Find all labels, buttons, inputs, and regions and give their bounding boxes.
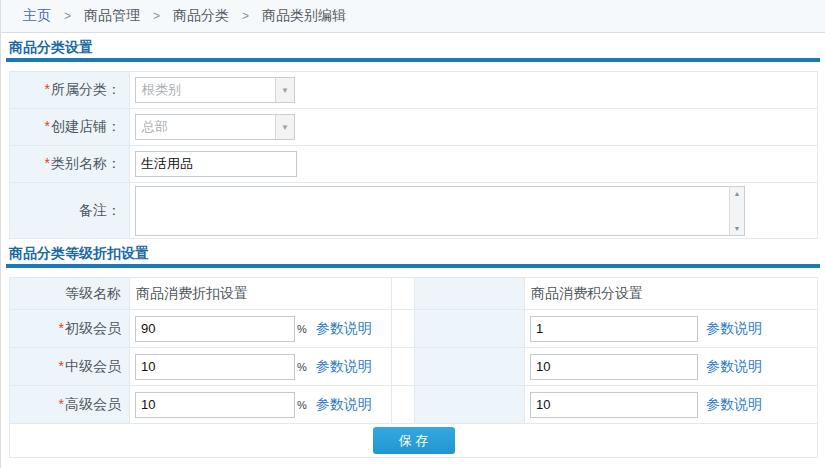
- chevron-down-icon: ▼: [275, 115, 294, 139]
- grade-row-intermediate: *中级会员 % 参数说明 参数说明: [10, 348, 818, 386]
- intermediate-discount-input[interactable]: [135, 354, 295, 380]
- store-label-cell: *创建店铺：: [10, 109, 130, 146]
- junior-discount-param-link[interactable]: 参数说明: [316, 320, 372, 338]
- grade-table-header-row: 等级名称 商品消费折扣设置 商品消费积分设置: [10, 278, 818, 310]
- parent-category-label: 所属分类：: [51, 81, 121, 97]
- senior-discount-input[interactable]: [135, 392, 295, 418]
- section-title-category-settings: 商品分类设置: [9, 39, 825, 56]
- category-name-label: 类别名称：: [51, 155, 121, 171]
- store-select[interactable]: 总部 ▼: [135, 114, 295, 140]
- senior-points-input[interactable]: [530, 392, 698, 418]
- grade-row-junior: *初级会员 % 参数说明 参数说明: [10, 310, 818, 348]
- form-row-parent-category: *所属分类： 根类别 ▼: [10, 72, 818, 109]
- required-marker: *: [59, 358, 64, 374]
- spacer-cell: [415, 386, 525, 424]
- spacer-cell: [415, 278, 525, 310]
- junior-level-label-cell: *初级会员: [10, 310, 130, 348]
- breadcrumb-item-product-management[interactable]: 商品管理: [84, 7, 140, 25]
- spacer-cell: [415, 310, 525, 348]
- remark-textarea[interactable]: [136, 187, 729, 235]
- store-label: 创建店铺：: [51, 118, 121, 134]
- store-selected-value: 总部: [136, 118, 275, 136]
- header-points-settings: 商品消费积分设置: [525, 278, 818, 310]
- page: 主页 > 商品管理 > 商品分类 > 商品类别编辑 商品分类设置 *所属分类： …: [0, 0, 825, 468]
- spacer-cell: [415, 348, 525, 386]
- breadcrumb-item-product-category[interactable]: 商品分类: [173, 7, 229, 25]
- form-row-remark: 备注： ▲ ▼: [10, 183, 818, 239]
- intermediate-discount-param-link[interactable]: 参数说明: [316, 358, 372, 376]
- junior-level-label: 初级会员: [65, 320, 121, 336]
- senior-level-label: 高级会员: [65, 396, 121, 412]
- grade-discount-table: 等级名称 商品消费折扣设置 商品消费积分设置 *初级会员 % 参数说明: [9, 277, 818, 458]
- header-discount-settings: 商品消费折扣设置: [130, 278, 392, 310]
- breadcrumb: 主页 > 商品管理 > 商品分类 > 商品类别编辑: [1, 0, 825, 33]
- breadcrumb-separator-icon: >: [242, 9, 249, 23]
- scroll-up-icon[interactable]: ▲: [734, 190, 741, 197]
- form-row-category-name: *类别名称：: [10, 146, 818, 183]
- parent-category-selected-value: 根类别: [136, 81, 275, 99]
- percent-sign: %: [297, 399, 307, 411]
- junior-points-param-link[interactable]: 参数说明: [706, 320, 762, 338]
- section-rule: [6, 264, 820, 268]
- section-rule: [6, 58, 820, 62]
- senior-discount-param-link[interactable]: 参数说明: [316, 396, 372, 414]
- junior-discount-input[interactable]: [135, 316, 295, 342]
- required-marker: *: [45, 155, 50, 171]
- grade-row-senior: *高级会员 % 参数说明 参数说明: [10, 386, 818, 424]
- chevron-down-icon: ▼: [275, 78, 294, 102]
- form-row-store: *创建店铺： 总部 ▼: [10, 109, 818, 146]
- junior-points-input[interactable]: [530, 316, 698, 342]
- intermediate-points-param-link[interactable]: 参数说明: [706, 358, 762, 376]
- percent-sign: %: [297, 361, 307, 373]
- category-settings-form: *所属分类： 根类别 ▼ *创建店铺： 总部 ▼ *类别名称：: [9, 71, 818, 239]
- category-name-input[interactable]: [135, 151, 297, 177]
- required-marker: *: [59, 396, 64, 412]
- parent-category-label-cell: *所属分类：: [10, 72, 130, 109]
- percent-sign: %: [297, 323, 307, 335]
- required-marker: *: [45, 81, 50, 97]
- senior-points-param-link[interactable]: 参数说明: [706, 396, 762, 414]
- button-row: 保 存: [10, 424, 818, 458]
- textarea-scrollbar[interactable]: ▲ ▼: [729, 187, 744, 235]
- intermediate-points-input[interactable]: [530, 354, 698, 380]
- scroll-down-icon[interactable]: ▼: [734, 225, 741, 232]
- section-title-grade-discount: 商品分类等级折扣设置: [9, 245, 825, 262]
- remark-label: 备注：: [79, 202, 121, 218]
- parent-category-select[interactable]: 根类别 ▼: [135, 77, 295, 103]
- required-marker: *: [59, 320, 64, 336]
- breadcrumb-item-home[interactable]: 主页: [23, 7, 51, 25]
- breadcrumb-item-category-edit: 商品类别编辑: [262, 7, 346, 25]
- senior-level-label-cell: *高级会员: [10, 386, 130, 424]
- category-name-label-cell: *类别名称：: [10, 146, 130, 183]
- intermediate-level-label: 中级会员: [65, 358, 121, 374]
- required-marker: *: [45, 118, 50, 134]
- remark-label-cell: 备注：: [10, 183, 130, 239]
- save-button[interactable]: 保 存: [373, 427, 455, 454]
- intermediate-level-label-cell: *中级会员: [10, 348, 130, 386]
- header-level-name: 等级名称: [10, 278, 130, 310]
- breadcrumb-separator-icon: >: [64, 9, 71, 23]
- remark-textarea-wrap: ▲ ▼: [135, 186, 745, 236]
- breadcrumb-separator-icon: >: [153, 9, 160, 23]
